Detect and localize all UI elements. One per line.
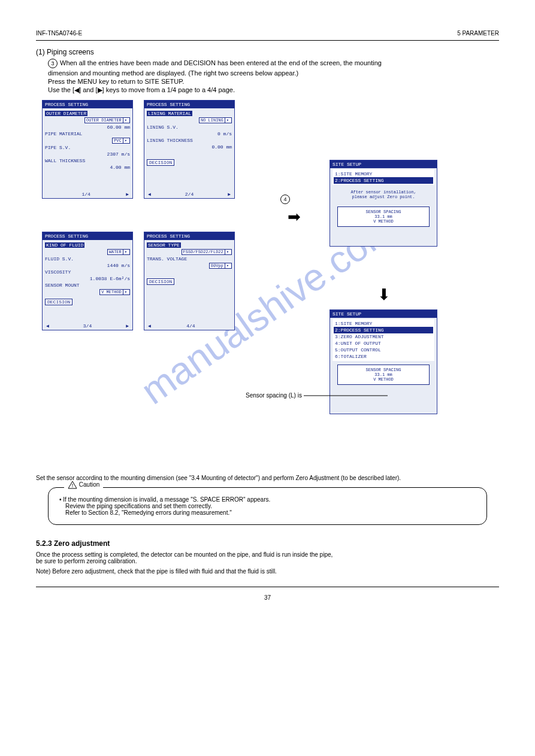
fluid-sv-label: FLUID S.V. (45, 256, 130, 262)
caution-box: ! Caution • If the mounting dimension is… (48, 487, 487, 525)
page-indicator: 2/4 (185, 192, 194, 197)
page-indicator: 4/4 (186, 323, 195, 329)
menu-item[interactable]: 6:TOTALIZER (334, 353, 433, 360)
step-4-marker: 4 (280, 195, 292, 204)
page-indicator: 3/4 (83, 323, 92, 329)
decision-button[interactable]: DECISION (147, 278, 174, 285)
pipe-material-label: PIPE MATERIAL (45, 131, 130, 136)
lining-material-dropdown[interactable]: NO LINING▾ (199, 117, 232, 123)
piping-heading: (1) Piping screens (36, 48, 499, 56)
instruction-text-2: dimension and mounting method are displa… (48, 69, 499, 77)
zero-adj-p1: Once the process setting is completed, t… (36, 551, 499, 558)
fluid-kind-dropdown[interactable]: WATER▾ (107, 249, 130, 255)
trans-voltage-label: TRANS. VOLTAGE (147, 256, 232, 262)
page-number: 37 (264, 594, 271, 601)
zero-adj-p2: be sure to perform zeroing calibration. (36, 558, 499, 564)
instruction-text-1: When all the entries have been made and … (60, 59, 382, 66)
site-setup-screen-a: SITE SETUP 1:SITE MEMORY 2:PROCESS SETTI… (330, 160, 437, 247)
page-footer: 37 (36, 594, 499, 601)
sensor-mount-dropdown[interactable]: V METHOD▾ (99, 289, 130, 295)
screen-title: PROCESS SETTING (144, 232, 234, 240)
fluid-sv-value: 1440 m/s (45, 263, 130, 268)
menu-item[interactable]: 1:SITE MEMORY (334, 320, 433, 327)
sensor-type-dropdown[interactable]: FSSD/FSD22/FLD22▾ (182, 249, 232, 255)
popup-msg-1: After sensor installation, (334, 190, 433, 195)
menu-item[interactable]: 4:UNIT OF OUTPUT (334, 340, 433, 347)
note-body: Before zero adjustment, check that the p… (52, 568, 277, 575)
doc-id: INF-TN5A0746-E (36, 30, 82, 37)
instruction-extra-1: Press the MENU key to return to SITE SET… (48, 78, 499, 85)
svg-text:!: ! (72, 482, 74, 488)
trans-voltage-dropdown[interactable]: 80Vpp▾ (209, 263, 232, 269)
screen-title: SITE SETUP (330, 310, 437, 318)
decision-button[interactable]: DECISION (45, 299, 72, 305)
step-number-3: 3 (48, 59, 58, 68)
process-setting-screen-4: PROCESS SETTING SENSOR TYPE FSSD/FSD22/F… (144, 232, 235, 330)
set-sensor-text: Set the sensor according to the mounting… (36, 475, 499, 481)
screen-title: PROCESS SETTING (144, 101, 234, 108)
arrow-right-icon: ➡ (288, 208, 301, 226)
screen-title: SITE SETUP (330, 160, 437, 168)
lining-sv-label: LINING S.V. (147, 125, 232, 130)
box-line-1: SENSOR SPACING (340, 210, 427, 214)
instruction-extra-2: Use the [◀] and [▶] keys to move from a … (48, 86, 499, 94)
box-line-3: V METHOD (340, 377, 427, 382)
lining-thickness-label: LINING THICKNESS (147, 138, 232, 143)
wall-thickness-label: WALL THICKNESS (45, 158, 130, 163)
lining-sv-value: 0 m/s (147, 131, 232, 136)
box-line-3: V METHOD (340, 219, 427, 224)
menu-item[interactable]: 3:ZERO ADJUSTMENT (334, 333, 433, 340)
caution-label: Caution (79, 481, 99, 488)
wall-thickness-value: 4.00 mm (45, 165, 130, 170)
menu-item[interactable]: 5:OUTPUT CONTROL (334, 347, 433, 353)
page-indicator: 1/4 (81, 192, 90, 197)
decision-button[interactable]: DECISION (147, 159, 174, 166)
next-page-icon[interactable]: ▶ (126, 323, 129, 329)
lining-thickness-value: 0.00 mm (147, 144, 232, 150)
note-head: Note) (36, 568, 50, 575)
prev-page-icon[interactable]: ◀ (148, 323, 151, 329)
instruction-step-3: 3When all the entries have been made and… (48, 59, 499, 68)
section-label: 5 PARAMETER (457, 30, 499, 37)
process-setting-screen-2: PROCESS SETTING LINING MATERIAL NO LININ… (144, 100, 235, 199)
focus-field: SENSOR TYPE (147, 242, 181, 248)
menu-item-selected[interactable]: 2:PROCESS SETTING (334, 327, 433, 333)
popup-msg-2: please adjust Zero point. (334, 195, 433, 199)
process-setting-screen-1: PROCESS SETTING OUTER DIAMETER OUTER DIA… (42, 100, 133, 199)
pipe-material-dropdown[interactable]: PVC▾ (112, 138, 130, 144)
annot-sensor-spacing: Sensor spacing (L) is (246, 392, 388, 399)
pipe-sv-value: 2307 m/s (45, 151, 130, 157)
step-number-4: 4 (280, 195, 290, 204)
pipe-sv-label: PIPE S.V. (45, 145, 130, 150)
page-header: INF-TN5A0746-E 5 PARAMETER (36, 30, 499, 37)
focus-field: KIND OF FLUID (45, 242, 84, 248)
screen-title: PROCESS SETTING (43, 101, 132, 108)
viscosity-label: VISCOSITY (45, 269, 130, 275)
sensor-mount-label: SENSOR MOUNT (45, 283, 130, 288)
viscosity-value: 1.0038 E-6m²/s (45, 276, 130, 281)
next-page-icon[interactable]: ▶ (228, 192, 231, 197)
box-line-1: SENSOR SPACING (340, 368, 427, 372)
next-page-icon[interactable]: ▶ (126, 192, 129, 197)
box-line-2: 33.1 mm (340, 372, 427, 377)
outer-diameter-value: 60.00 mm (45, 125, 130, 130)
footer-rule (36, 587, 499, 587)
menu-item-selected[interactable]: 2:PROCESS SETTING (334, 177, 433, 184)
menu-item[interactable]: 1:SITE MEMORY (334, 171, 433, 177)
caution-line-2: Review the piping specifications and set… (65, 503, 476, 509)
outer-diameter-dropdown[interactable]: OUTER DIAMETER▾ (84, 117, 130, 123)
zero-adjustment-heading: 5.2.3 Zero adjustment (36, 539, 499, 548)
prev-page-icon[interactable]: ◀ (46, 323, 49, 329)
process-setting-screen-3: PROCESS SETTING KIND OF FLUID WATER▾ FLU… (42, 232, 133, 330)
caution-line-3: Refer to Section 8.2, "Remedying errors … (65, 509, 476, 516)
header-rule (36, 40, 499, 41)
caution-line-1: • If the mounting dimension is invalid, … (59, 496, 476, 503)
focus-field: LINING MATERIAL (147, 111, 192, 116)
screen-title: PROCESS SETTING (43, 232, 132, 240)
prev-page-icon[interactable]: ◀ (148, 192, 151, 197)
arrow-down-icon: ⬇ (377, 286, 391, 304)
caution-icon: ! (68, 481, 77, 489)
box-line-2: 33.1 mm (340, 214, 427, 219)
focus-field: OUTER DIAMETER (45, 111, 87, 116)
